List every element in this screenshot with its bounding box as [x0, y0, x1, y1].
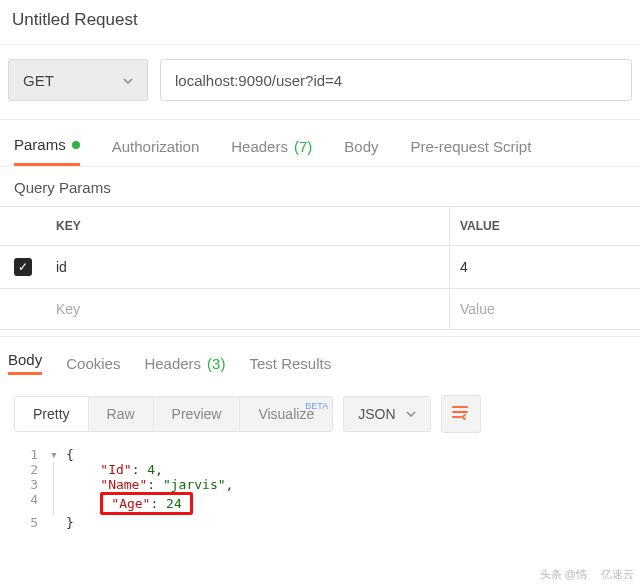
col-key: KEY	[46, 207, 450, 245]
chevron-down-icon	[123, 72, 133, 89]
tab-body[interactable]: Body	[344, 138, 378, 165]
check-icon: ✓	[18, 260, 28, 274]
resp-tab-headers[interactable]: Headers (3)	[144, 355, 225, 372]
tab-authorization[interactable]: Authorization	[112, 138, 200, 165]
response-tabs: Body Cookies Headers (3) Test Results	[0, 336, 640, 385]
fold-icon[interactable]: ▾	[50, 447, 66, 462]
query-params-table: KEY VALUE ✓ id 4 Key Value	[0, 206, 640, 330]
table-row: Key Value	[0, 289, 640, 330]
request-url-input[interactable]	[160, 59, 632, 101]
resp-tab-test-results[interactable]: Test Results	[249, 355, 331, 372]
view-preview-button[interactable]: Preview	[153, 397, 240, 431]
resp-tab-cookies[interactable]: Cookies	[66, 355, 120, 372]
request-bar: GET	[0, 45, 640, 120]
request-tabs: Params Authorization Headers (7) Body Pr…	[0, 120, 640, 167]
param-value-cell[interactable]: 4	[450, 247, 640, 287]
tab-prerequest[interactable]: Pre-request Script	[411, 138, 532, 165]
row-checkbox[interactable]: ✓	[14, 258, 32, 276]
param-key-cell[interactable]: id	[46, 247, 450, 287]
wrap-lines-button[interactable]	[441, 395, 481, 433]
line-number: 1	[0, 447, 50, 462]
line-number: 4	[0, 492, 50, 515]
response-body-viewer[interactable]: 1▾{ 2 "Id": 4, 3 "Name": "jarvis", 4 "Ag…	[0, 443, 640, 550]
query-params-title: Query Params	[0, 167, 640, 206]
request-title: Untitled Request	[0, 0, 640, 45]
view-raw-button[interactable]: Raw	[88, 397, 153, 431]
chevron-down-icon	[406, 406, 416, 422]
http-method-select[interactable]: GET	[8, 59, 148, 101]
format-select[interactable]: JSON	[343, 396, 430, 432]
resp-tab-body[interactable]: Body	[8, 351, 42, 375]
view-visualize-button[interactable]: Visualize BETA	[239, 397, 332, 431]
beta-badge: BETA	[305, 401, 328, 411]
wrap-icon	[451, 404, 471, 425]
view-mode-segment: Pretty Raw Preview Visualize BETA	[14, 396, 333, 432]
param-key-input[interactable]: Key	[46, 289, 450, 329]
line-number: 2	[0, 462, 50, 477]
col-value: VALUE	[450, 207, 640, 245]
highlight-box: "Age": 24	[100, 492, 192, 515]
table-row: ✓ id 4	[0, 246, 640, 289]
tab-params[interactable]: Params	[14, 136, 80, 166]
col-checkbox	[0, 214, 46, 238]
param-value-input[interactable]: Value	[450, 289, 640, 329]
tab-headers[interactable]: Headers (7)	[231, 138, 312, 165]
view-pretty-button[interactable]: Pretty	[15, 397, 88, 431]
format-label: JSON	[358, 406, 395, 422]
line-number: 5	[0, 515, 50, 530]
row-checkbox-empty[interactable]	[0, 297, 46, 321]
status-dot-icon	[72, 141, 80, 149]
response-toolbar: Pretty Raw Preview Visualize BETA JSON	[0, 385, 640, 443]
http-method-label: GET	[23, 72, 54, 89]
line-number: 3	[0, 477, 50, 492]
